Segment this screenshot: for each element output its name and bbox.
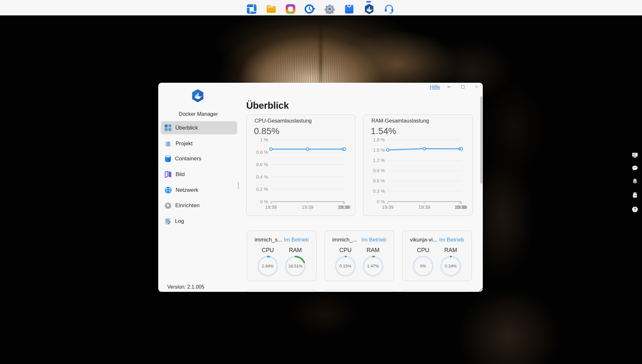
svg-text:CPU: CPU xyxy=(417,247,429,253)
svg-text:0.85%: 0.85% xyxy=(254,126,279,136)
svg-text:vikunja-vi...: vikunja-vi... xyxy=(410,237,437,243)
svg-text:0%: 0% xyxy=(420,264,426,268)
svg-text:19:39: 19:39 xyxy=(302,205,313,210)
svg-text:1.5 %: 1.5 % xyxy=(373,148,385,153)
svg-text:1.47%: 1.47% xyxy=(367,264,379,268)
svg-text:RAM: RAM xyxy=(444,247,457,253)
svg-text:CPU-Gesamtauslastung: CPU-Gesamtauslastung xyxy=(255,118,312,123)
svg-text:19:39: 19:39 xyxy=(382,205,394,210)
svg-text:immich_s...: immich_s... xyxy=(255,237,282,243)
svg-text:0.6 %: 0.6 % xyxy=(373,178,385,183)
svg-text:0 %: 0 % xyxy=(260,199,268,204)
svg-text:1 %: 1 % xyxy=(260,137,268,142)
svg-text:RAM-Gesamtauslastung: RAM-Gesamtauslastung xyxy=(371,118,429,123)
svg-text:18.51%: 18.51% xyxy=(288,264,303,268)
svg-text:0.2 %: 0.2 % xyxy=(256,187,268,192)
svg-text:0.3 %: 0.3 % xyxy=(373,189,385,194)
svg-text:0.24%: 0.24% xyxy=(445,264,457,268)
svg-text:Im Betrieb: Im Betrieb xyxy=(284,237,308,243)
svg-text:Im Betrieb: Im Betrieb xyxy=(439,237,464,243)
svg-text:1.2 %: 1.2 % xyxy=(373,158,385,163)
svg-text:1.8 %: 1.8 % xyxy=(373,137,385,142)
svg-text:0.9 %: 0.9 % xyxy=(373,168,385,173)
svg-text:19:39: 19:39 xyxy=(419,205,430,210)
svg-text:0 %: 0 % xyxy=(377,199,385,204)
svg-text:Im Betrieb: Im Betrieb xyxy=(361,237,386,243)
svg-text:0.6 %: 0.6 % xyxy=(256,162,268,167)
svg-text:1.54%: 1.54% xyxy=(371,126,396,136)
svg-text:19:39: 19:39 xyxy=(339,205,350,210)
svg-text:19:39: 19:39 xyxy=(455,205,467,210)
svg-text:RAM: RAM xyxy=(367,247,379,253)
svg-text:0.4 %: 0.4 % xyxy=(256,174,268,180)
svg-text:0.15%: 0.15% xyxy=(340,264,351,268)
svg-text:0.8 %: 0.8 % xyxy=(256,150,268,155)
svg-text:2.84%: 2.84% xyxy=(262,264,274,268)
svg-text:CPU: CPU xyxy=(339,247,351,253)
svg-text:immich_...: immich_... xyxy=(332,237,357,243)
svg-text:CPU: CPU xyxy=(262,247,274,253)
svg-text:RAM: RAM xyxy=(289,247,302,253)
svg-text:19:39: 19:39 xyxy=(265,205,277,210)
